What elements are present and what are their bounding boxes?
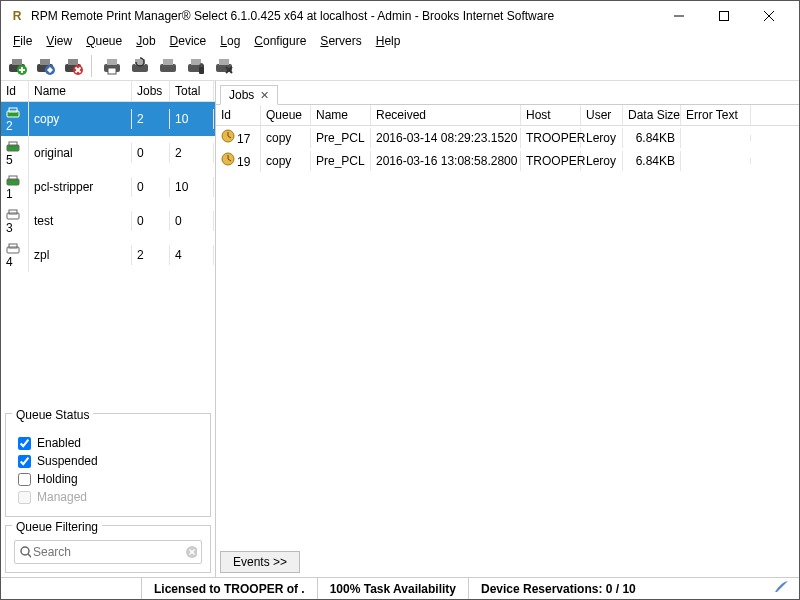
tab-jobs[interactable]: Jobs ✕ <box>220 85 278 105</box>
menu-log[interactable]: Log <box>214 32 246 50</box>
svg-rect-19 <box>108 68 116 74</box>
svg-rect-22 <box>160 64 176 72</box>
svg-rect-26 <box>199 67 204 74</box>
toolbar-print3-button[interactable] <box>156 54 180 78</box>
maximize-button[interactable] <box>701 2 746 30</box>
toolbar-add-printer-button[interactable] <box>5 54 29 78</box>
job-status-icon <box>221 152 235 166</box>
holding-checkbox[interactable]: Holding <box>18 472 202 486</box>
tab-bar: Jobs ✕ <box>216 81 799 105</box>
jobs-header-name[interactable]: Name <box>311 105 371 125</box>
holding-input[interactable] <box>18 473 31 486</box>
job-row[interactable]: 17copyPre_PCL2016-03-14 08:29:23.1520TRO… <box>216 126 799 149</box>
enabled-input[interactable] <box>18 437 31 450</box>
svg-point-41 <box>21 547 29 555</box>
menu-view[interactable]: View <box>40 32 78 50</box>
jobs-header-row: Id Queue Name Received Host User Data Si… <box>216 105 799 126</box>
queue-row[interactable]: 1pcl-stripper010 <box>1 170 215 204</box>
clear-search-icon[interactable] <box>185 545 197 559</box>
toolbar-delete-job-button[interactable] <box>212 54 236 78</box>
queue-filtering-legend: Queue Filtering <box>12 520 102 534</box>
jobs-header-size[interactable]: Data Size <box>623 105 681 125</box>
queue-header-total[interactable]: Total <box>170 81 214 101</box>
suspended-checkbox[interactable]: Suspended <box>18 454 202 468</box>
managed-input <box>18 491 31 504</box>
events-button[interactable]: Events >> <box>220 551 300 573</box>
status-bar: Licensed to TROOPER of . 100% Task Avail… <box>1 577 799 599</box>
toolbar-reprint-button[interactable] <box>128 54 152 78</box>
menu-help[interactable]: Help <box>370 32 407 50</box>
svg-rect-25 <box>191 59 201 65</box>
menu-queue[interactable]: Queue <box>80 32 128 50</box>
menu-file[interactable]: File <box>7 32 38 50</box>
svg-rect-18 <box>107 59 117 65</box>
queue-status-group: Queue Status Enabled Suspended Holding M… <box>5 413 211 517</box>
printer-icon <box>6 209 20 221</box>
menu-servers[interactable]: Servers <box>314 32 367 50</box>
queue-header-row: Id Name Jobs Total <box>1 81 215 102</box>
queue-row[interactable]: 4zpl24 <box>1 238 215 272</box>
queue-header-name[interactable]: Name <box>29 81 132 101</box>
queue-header-jobs[interactable]: Jobs <box>132 81 170 101</box>
svg-rect-13 <box>68 59 78 65</box>
menu-bar: File View Queue Job Device Log Configure… <box>1 31 799 51</box>
minimize-button[interactable] <box>656 2 701 30</box>
queue-row[interactable]: 2copy210 <box>1 102 215 136</box>
enabled-checkbox[interactable]: Enabled <box>18 436 202 450</box>
left-pane: Id Name Jobs Total 2copy2105original021p… <box>1 81 216 577</box>
jobs-header-queue[interactable]: Queue <box>261 105 311 125</box>
printer-icon <box>6 107 20 119</box>
jobs-header-host[interactable]: Host <box>521 105 581 125</box>
svg-rect-28 <box>219 59 229 65</box>
app-icon: R <box>9 8 25 24</box>
menu-job[interactable]: Job <box>130 32 161 50</box>
window-title: RPM Remote Print Manager® Select 6.1.0.4… <box>31 9 656 23</box>
feather-icon <box>763 580 799 597</box>
queue-filtering-group: Queue Filtering <box>5 525 211 573</box>
status-reservations: Device Reservations: 0 / 10 <box>468 578 648 599</box>
search-icon <box>19 545 31 559</box>
svg-rect-23 <box>163 59 173 65</box>
status-license: Licensed to TROOPER of . <box>141 578 317 599</box>
svg-rect-20 <box>132 64 148 72</box>
queue-row[interactable]: 5original02 <box>1 136 215 170</box>
jobs-header-id[interactable]: Id <box>216 105 261 125</box>
queue-status-legend: Queue Status <box>12 408 93 422</box>
jobs-header-user[interactable]: User <box>581 105 623 125</box>
tab-jobs-label: Jobs <box>229 88 254 102</box>
close-button[interactable] <box>746 2 791 30</box>
search-input[interactable] <box>31 543 185 561</box>
job-status-icon <box>221 129 235 143</box>
tab-close-icon[interactable]: ✕ <box>260 89 269 102</box>
jobs-table: Id Queue Name Received Host User Data Si… <box>216 105 799 547</box>
svg-rect-10 <box>40 59 50 65</box>
queue-row[interactable]: 3test00 <box>1 204 215 238</box>
queue-header-id[interactable]: Id <box>1 81 29 101</box>
svg-rect-1 <box>719 12 728 21</box>
svg-rect-5 <box>12 59 22 65</box>
printer-icon <box>6 175 20 187</box>
menu-configure[interactable]: Configure <box>248 32 312 50</box>
queue-table: Id Name Jobs Total 2copy2105original021p… <box>1 81 215 409</box>
printer-icon <box>6 243 20 255</box>
printer-icon <box>6 141 20 153</box>
toolbar-config-printer-button[interactable] <box>33 54 57 78</box>
toolbar-delete-printer-button[interactable] <box>61 54 85 78</box>
toolbar-separator <box>91 55 94 77</box>
jobs-header-received[interactable]: Received <box>371 105 521 125</box>
job-row[interactable]: 19copyPre_PCL2016-03-16 13:08:58.2800TRO… <box>216 149 799 172</box>
managed-checkbox: Managed <box>18 490 202 504</box>
right-pane: Jobs ✕ Id Queue Name Received Host User … <box>216 81 799 577</box>
toolbar-hold-button[interactable] <box>184 54 208 78</box>
jobs-header-error[interactable]: Error Text <box>681 105 751 125</box>
toolbar-print-button[interactable] <box>100 54 124 78</box>
suspended-input[interactable] <box>18 455 31 468</box>
title-bar: R RPM Remote Print Manager® Select 6.1.0… <box>1 1 799 31</box>
menu-device[interactable]: Device <box>164 32 213 50</box>
status-task: 100% Task Availability <box>317 578 468 599</box>
search-wrapper[interactable] <box>14 540 202 564</box>
toolbar <box>1 51 799 81</box>
